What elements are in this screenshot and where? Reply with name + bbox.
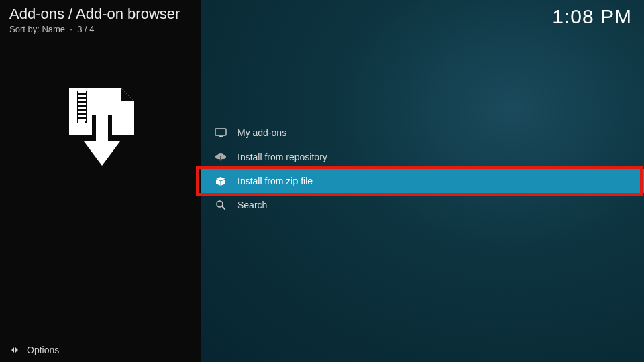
position-label: 3 / 4 (77, 24, 94, 34)
addon-browser-icon (57, 86, 144, 167)
svg-rect-8 (219, 136, 223, 137)
svg-rect-3 (96, 115, 108, 143)
svg-marker-10 (219, 159, 223, 162)
menu-item-my-addons[interactable]: My add-ons (201, 121, 644, 145)
menu-item-label: Search (237, 200, 267, 210)
monitor-icon (213, 128, 228, 137)
svg-rect-1 (78, 120, 85, 125)
header: Add-ons / Add-on browser Sort by: Name ·… (0, 0, 201, 40)
menu-item-label: Install from repository (237, 152, 327, 162)
svg-marker-6 (15, 347, 18, 353)
menu-item-label: My add-ons (237, 127, 286, 138)
main-panel: 1:08 PM My add-ons (201, 0, 644, 362)
options-icon (9, 345, 20, 355)
menu-list: My add-ons Install from repository (201, 121, 644, 217)
svg-rect-7 (215, 129, 226, 135)
search-icon (213, 200, 228, 210)
sort-label: Sort by: Name (9, 24, 65, 34)
svg-line-12 (222, 206, 225, 210)
menu-item-install-zip[interactable]: Install from zip file (201, 169, 644, 193)
sort-info: Sort by: Name · 3 / 4 (9, 24, 192, 34)
options-button[interactable]: Options (0, 338, 201, 362)
svg-point-11 (217, 201, 223, 207)
box-open-icon (213, 176, 228, 186)
sidebar: Add-ons / Add-on browser Sort by: Name ·… (0, 0, 201, 362)
menu-item-install-repository[interactable]: Install from repository (201, 145, 644, 169)
svg-marker-4 (84, 141, 120, 166)
clock: 1:08 PM (552, 5, 632, 28)
breadcrumb: Add-ons / Add-on browser (9, 5, 192, 23)
options-label: Options (27, 345, 59, 355)
svg-marker-5 (11, 347, 14, 353)
menu-item-label: Install from zip file (237, 176, 313, 186)
menu-item-search[interactable]: Search (201, 193, 644, 217)
cloud-download-icon (213, 152, 228, 162)
